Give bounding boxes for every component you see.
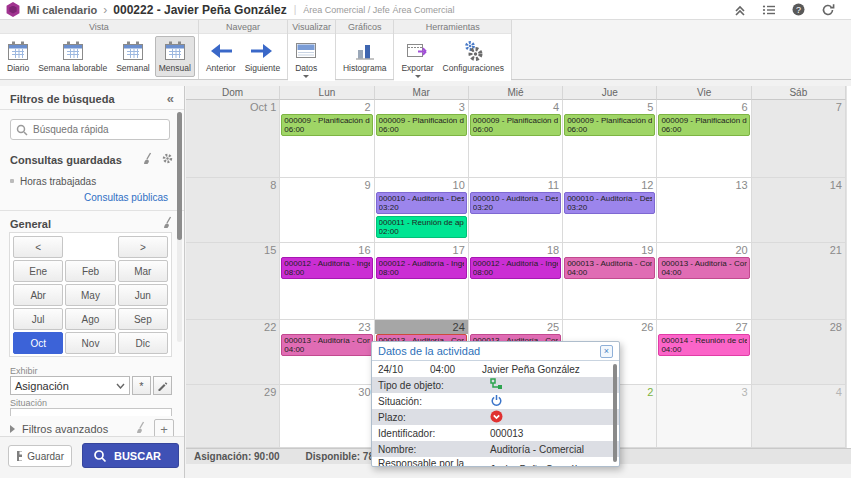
calendar-scroll-track[interactable] [846, 86, 851, 448]
view-mensual-button[interactable]: Mensual [155, 36, 195, 77]
calendar-event[interactable]: 000010 - Auditoría - Desa03:20 [564, 192, 655, 214]
calendar-day-cell[interactable]: 12000010 - Auditoría - Desa03:20 [563, 178, 657, 243]
calendar-event[interactable]: 000012 - Auditoría - Inge08:00 [281, 257, 372, 279]
refresh-icon[interactable] [821, 3, 835, 17]
calendar-event[interactable]: 000009 - Planificación de06:00 [281, 114, 372, 136]
calendar-day-cell[interactable]: 9 [280, 178, 374, 243]
calendar-event[interactable]: 000013 - Auditoría - Com04:00 [658, 257, 749, 279]
calendar-day-cell[interactable]: 15 [186, 243, 280, 320]
scrollbar-thumb[interactable] [177, 112, 182, 240]
calendar-day-cell[interactable]: 23000013 - Auditoría - Com04:00 [280, 320, 374, 385]
situacion-input[interactable] [10, 408, 172, 416]
configuraciones-button[interactable]: Configuraciones [439, 36, 508, 79]
calendar-day-cell[interactable]: 19000013 - Auditoría - Com04:00 [563, 243, 657, 320]
calendar-event[interactable]: 000014 - Reunión de cier04:00 [658, 334, 749, 356]
ribbon-group-navegar: Navegar Anterior Siguiente [199, 20, 288, 79]
calendar-day-cell[interactable]: 11000010 - Auditoría - Desa03:20 [469, 178, 563, 243]
day-number: 7 [752, 100, 845, 114]
month-button-abr[interactable]: Abr [13, 284, 63, 306]
calendar-day-cell[interactable]: 29 [186, 385, 280, 448]
calendar-day-cell[interactable]: 8 [186, 178, 280, 243]
help-icon[interactable]: ? [792, 3, 805, 16]
datos-button[interactable]: Datos [291, 36, 321, 79]
calendar-day-cell[interactable]: 22 [186, 320, 280, 385]
activity-details-popup: Datos de la actividad × 24/1004:00Javier… [371, 341, 620, 467]
anterior-button[interactable]: Anterior [202, 36, 240, 77]
calendar-day-cell[interactable]: 7 [752, 100, 846, 178]
calendar-event[interactable]: 000013 - Auditoría - Com04:00 [564, 257, 655, 279]
exportar-button[interactable]: Exportar [397, 36, 437, 79]
clear-filter-icon[interactable] [162, 215, 174, 233]
clear-filter-icon[interactable] [142, 151, 154, 169]
month-button-mar[interactable]: Mar [118, 260, 168, 282]
month-button-jun[interactable]: Jun [118, 284, 168, 306]
calendar-day-cell[interactable]: 21 [752, 243, 846, 320]
gear-icon[interactable] [161, 151, 174, 169]
calendar-day-cell[interactable]: 17000012 - Auditoría - Inge08:00 [375, 243, 469, 320]
calendar-day-cell[interactable]: 10000010 - Auditoría - Desa03:20000011 -… [375, 178, 469, 243]
event-time: 06:00 [567, 125, 652, 134]
next-year-button[interactable]: > [118, 236, 168, 258]
month-button-nov[interactable]: Nov [65, 332, 115, 354]
view-semana-laborable-button[interactable]: Semana laborable [34, 36, 111, 77]
calendar-event[interactable]: 000009 - Planificación de06:00 [564, 114, 655, 136]
calendar-day-cell[interactable]: 28 [752, 320, 846, 385]
calendar-day-cell[interactable]: Oct 1 [186, 100, 280, 178]
month-button-ene[interactable]: Ene [13, 260, 63, 282]
month-button-dic[interactable]: Dic [118, 332, 168, 354]
calendar-day-cell[interactable]: 5000009 - Planificación de06:00 [563, 100, 657, 178]
month-button-jul[interactable]: Jul [13, 308, 63, 330]
calendar-event[interactable]: 000010 - Auditoría - Desa03:20 [376, 192, 467, 214]
calendar-event[interactable]: 000009 - Planificación de06:00 [376, 114, 467, 136]
calendar-event[interactable]: 000010 - Auditoría - Desa03:20 [470, 192, 561, 214]
calendar-day-cell[interactable]: 13 [657, 178, 751, 243]
pencil-icon [157, 380, 168, 391]
divider [0, 210, 184, 211]
collapse-panel-icon[interactable]: « [167, 91, 174, 106]
prev-year-button[interactable]: < [13, 236, 63, 258]
calendar-event[interactable]: 000012 - Auditoría - Inge08:00 [376, 257, 467, 279]
saved-query-item[interactable]: Horas trabajadas [0, 174, 184, 188]
month-button-may[interactable]: May [65, 284, 115, 306]
edit-assignment-button[interactable] [153, 376, 172, 395]
search-input[interactable] [10, 119, 170, 140]
event-time: 08:00 [284, 268, 369, 277]
calendar-day-cell[interactable]: 27000014 - Reunión de cier04:00 [657, 320, 751, 385]
calendar-day-cell[interactable]: 6000009 - Planificación de06:00 [657, 100, 751, 178]
calendar-day-cell[interactable]: 3000009 - Planificación de06:00 [375, 100, 469, 178]
calendar-event[interactable]: 000011 - Reunión de aper02:00 [376, 216, 467, 238]
list-icon[interactable] [762, 4, 776, 16]
histograma-button[interactable]: Histograma [339, 36, 390, 77]
calendar-day-cell[interactable]: 16000012 - Auditoría - Inge08:00 [280, 243, 374, 320]
month-button-sep[interactable]: Sep [118, 308, 168, 330]
buscar-button[interactable]: BUSCAR [82, 443, 179, 468]
wildcard-button[interactable]: * [132, 376, 151, 395]
calendar-day-cell[interactable]: 3 [657, 385, 751, 448]
calendar-day-cell[interactable]: 4000009 - Planificación de06:00 [469, 100, 563, 178]
public-queries-link[interactable]: Consultas públicas [0, 192, 184, 206]
sidebar-scrollbar[interactable] [177, 112, 182, 342]
popup-scrollbar-thumb[interactable] [613, 364, 617, 462]
calendar-day-cell[interactable]: 20000013 - Auditoría - Com04:00 [657, 243, 751, 320]
calendar-day-cell[interactable]: 4 [752, 385, 846, 448]
exhibir-select[interactable]: Asignación [10, 376, 130, 395]
month-button-oct[interactable]: Oct [13, 332, 63, 354]
save-button[interactable]: Guardar [8, 445, 72, 467]
advanced-filters-label[interactable]: Filtros avanzados [22, 423, 128, 435]
siguiente-button[interactable]: Siguiente [241, 36, 284, 77]
breadcrumb-separator-icon: › [103, 3, 107, 17]
view-semanal-button[interactable]: Semanal [112, 36, 154, 77]
calendar-day-cell[interactable]: 30 [280, 385, 374, 448]
month-button-feb[interactable]: Feb [65, 260, 115, 282]
calendar-event[interactable]: 000009 - Planificación de06:00 [658, 114, 749, 136]
view-diario-button[interactable]: Diario [3, 36, 33, 77]
close-icon[interactable]: × [600, 345, 613, 358]
collapse-icon[interactable] [734, 4, 746, 16]
calendar-event[interactable]: 000012 - Auditoría - Inge08:00 [470, 257, 561, 279]
calendar-event[interactable]: 000009 - Planificación de06:00 [470, 114, 561, 136]
calendar-day-cell[interactable]: 18000012 - Auditoría - Inge08:00 [469, 243, 563, 320]
calendar-day-cell[interactable]: 2000009 - Planificación de06:00 [280, 100, 374, 178]
calendar-event[interactable]: 000013 - Auditoría - Com04:00 [281, 334, 372, 356]
calendar-day-cell[interactable]: 14 [752, 178, 846, 243]
month-button-ago[interactable]: Ago [65, 308, 115, 330]
